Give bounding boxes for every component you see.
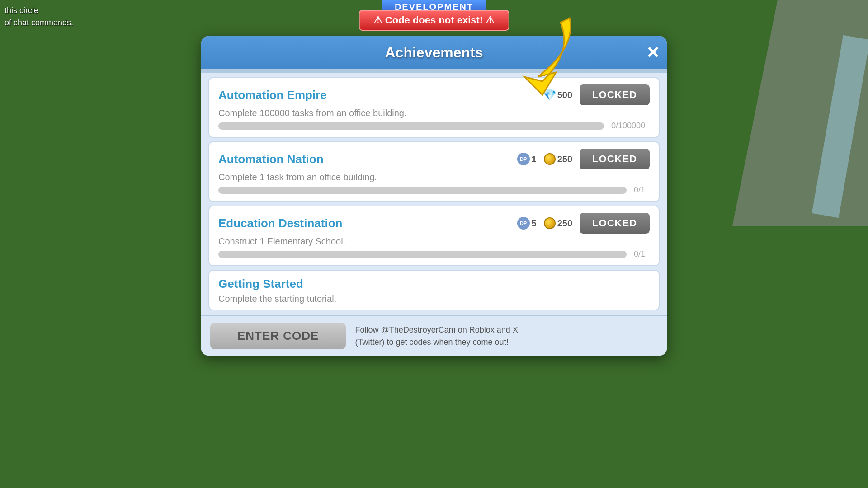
error-banner: ⚠ Code does not exist! ⚠ (359, 10, 509, 31)
modal-header: Achievements ✕ (201, 36, 667, 69)
achievement-rewards-row: 💎 500 LOCKED (543, 84, 650, 105)
coin-reward: 250 (544, 153, 572, 165)
dp-icon: DP (517, 153, 530, 165)
progress-count: 0/100000 (611, 121, 645, 131)
achievements-modal: Achievements ✕ Automation Empire 💎 500 L… (201, 36, 667, 356)
modal-footer: ENTER CODE Follow @TheDestroyerCam on Ro… (201, 315, 667, 356)
diamond-reward: 💎 500 (543, 89, 572, 101)
achievement-description: Construct 1 Elementary School. (218, 236, 650, 247)
achievement-top-row: Getting Started (218, 277, 650, 291)
achievement-top-row: Automation Nation DP 1 250 LOCKED (218, 149, 650, 169)
dp-reward: DP 1 (517, 153, 537, 165)
dp-reward: DP 5 (517, 217, 537, 230)
achievement-name: Education Destination (218, 216, 342, 230)
coin-reward: 250 (544, 217, 572, 229)
diamond-icon: 💎 (543, 89, 556, 101)
topleft-hint: this circle of chat commands. (5, 5, 73, 29)
progress-row: 0/1 (218, 249, 650, 259)
coin-icon (544, 153, 556, 165)
achievement-name: Automation Empire (218, 88, 327, 102)
achievement-description: Complete 100000 tasks from an office bui… (218, 108, 650, 118)
achievements-list: Automation Empire 💎 500 LOCKED Complete … (201, 73, 667, 315)
progress-bar-container (218, 251, 627, 258)
progress-count: 0/1 (634, 185, 645, 195)
coin-value: 250 (557, 218, 572, 229)
coin-icon (544, 217, 556, 229)
achievement-name: Automation Nation (218, 152, 324, 166)
achievement-description: Complete the starting tutorial. (218, 294, 650, 304)
achievement-card: Automation Nation DP 1 250 LOCKED Comple… (208, 141, 660, 202)
achievement-description: Complete 1 task from an office building. (218, 172, 650, 183)
coin-value: 250 (557, 154, 572, 164)
modal-title: Achievements (385, 44, 483, 61)
achievement-card: Education Destination DP 5 250 LOCKED Co… (208, 206, 660, 266)
achievement-top-row: Automation Empire 💎 500 LOCKED (218, 84, 650, 105)
locked-button[interactable]: LOCKED (580, 149, 650, 169)
progress-bar-container (218, 187, 627, 194)
achievement-rewards-row: DP 5 250 LOCKED (517, 213, 650, 234)
achievement-card: Getting Started Complete the starting tu… (208, 270, 660, 310)
progress-bar-container (218, 122, 604, 130)
progress-row: 0/100000 (218, 121, 650, 131)
achievement-top-row: Education Destination DP 5 250 LOCKED (218, 213, 650, 234)
locked-button[interactable]: LOCKED (580, 84, 650, 105)
dp-value: 1 (532, 154, 537, 164)
enter-code-button[interactable]: ENTER CODE (210, 323, 346, 349)
achievement-card: Automation Empire 💎 500 LOCKED Complete … (208, 77, 660, 138)
progress-row: 0/1 (218, 185, 650, 195)
dp-value: 5 (532, 218, 537, 229)
dp-icon: DP (517, 217, 530, 230)
diamond-value: 500 (557, 90, 572, 100)
locked-button[interactable]: LOCKED (580, 213, 650, 234)
progress-count: 0/1 (634, 249, 645, 259)
achievement-name: Getting Started (218, 277, 303, 291)
close-button[interactable]: ✕ (646, 45, 660, 61)
follow-text: Follow @TheDestroyerCam on Roblox and X(… (355, 324, 518, 348)
modal-separator (201, 69, 667, 73)
achievement-rewards-row: DP 1 250 LOCKED (517, 149, 650, 169)
